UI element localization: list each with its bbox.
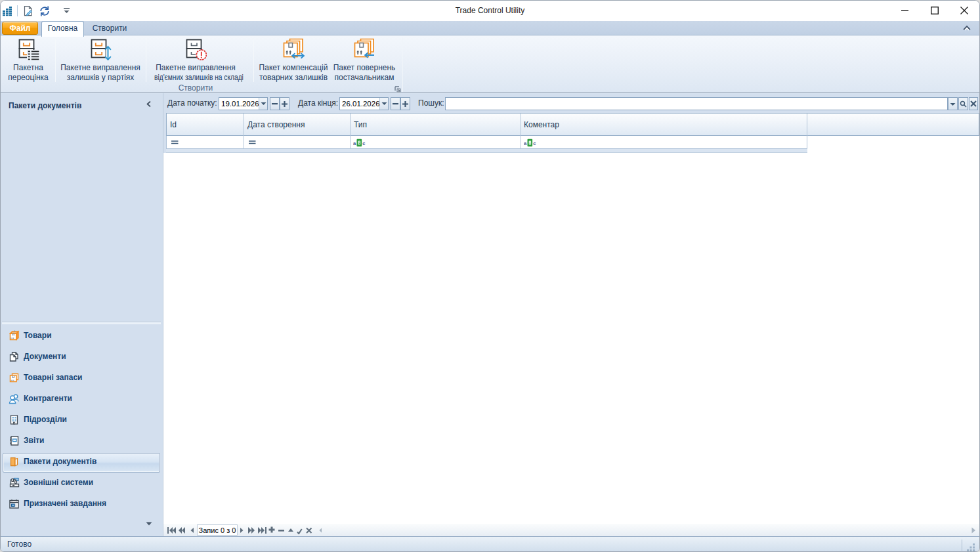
svg-text:c: c — [362, 140, 365, 146]
svg-text:a: a — [524, 140, 527, 146]
svg-text:a: a — [353, 140, 356, 146]
svg-text:c: c — [533, 140, 536, 146]
